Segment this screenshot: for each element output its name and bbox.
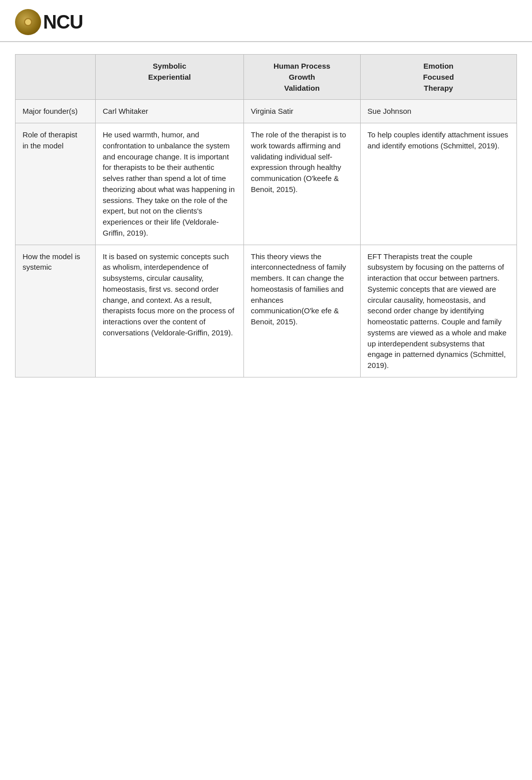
logo-area: NCU bbox=[15, 9, 517, 35]
table-wrapper: Symbolic Experiential Human Process Grow… bbox=[0, 42, 532, 398]
row-label: Major founder(s) bbox=[16, 100, 96, 123]
col-header-empty bbox=[16, 55, 96, 100]
cell-human-0: Virginia Satir bbox=[243, 100, 360, 123]
col-header-emotion: Emotion Focused Therapy bbox=[360, 55, 516, 100]
cell-symbolic-0: Carl Whitaker bbox=[96, 100, 244, 123]
logo-inner-circle bbox=[24, 18, 32, 26]
table-row: Role of therapist in the modelHe used wa… bbox=[16, 123, 517, 245]
cell-human-1: The role of the therapist is to work tow… bbox=[243, 123, 360, 245]
table-row: How the model is systemicIt is based on … bbox=[16, 245, 517, 377]
comparison-table: Symbolic Experiential Human Process Grow… bbox=[15, 54, 517, 377]
cell-emotion-2: EFT Therapists treat the couple subsyste… bbox=[360, 245, 516, 377]
col-header-symbolic: Symbolic Experiential bbox=[96, 55, 244, 100]
cell-emotion-0: Sue Johnson bbox=[360, 100, 516, 123]
logo-icon bbox=[15, 9, 41, 35]
cell-symbolic-1: He used warmth, humor, and confrontation… bbox=[96, 123, 244, 245]
logo-text: NCU bbox=[43, 12, 83, 33]
table-header-row: Symbolic Experiential Human Process Grow… bbox=[16, 55, 517, 100]
page-header: NCU bbox=[0, 0, 532, 42]
cell-human-2: This theory views the interconnectedness… bbox=[243, 245, 360, 377]
cell-symbolic-2: It is based on systemic concepts such as… bbox=[96, 245, 244, 377]
table-row: Major founder(s)Carl WhitakerVirginia Sa… bbox=[16, 100, 517, 123]
row-label: How the model is systemic bbox=[16, 245, 96, 377]
row-label: Role of therapist in the model bbox=[16, 123, 96, 245]
cell-emotion-1: To help couples identify attachment issu… bbox=[360, 123, 516, 245]
col-header-human: Human Process Growth Validation bbox=[243, 55, 360, 100]
